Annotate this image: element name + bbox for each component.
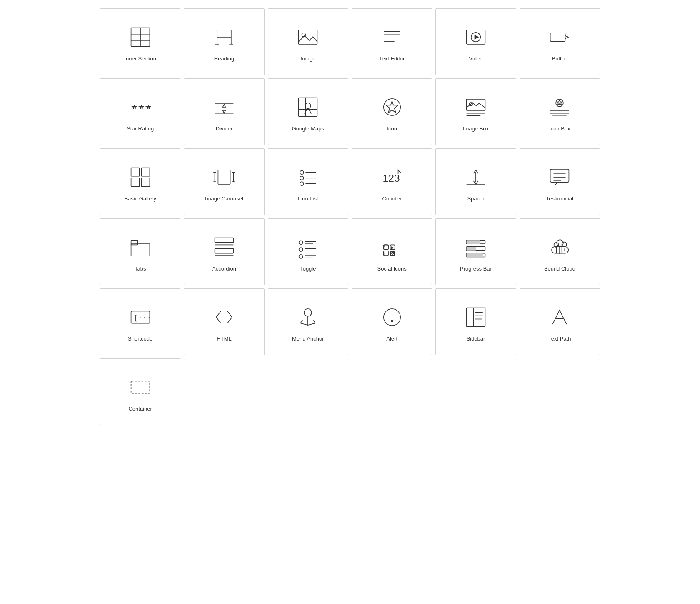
basic-gallery-icon bbox=[129, 165, 152, 189]
widget-card-icon-list[interactable]: Icon List bbox=[268, 148, 348, 215]
svg-rect-40 bbox=[131, 178, 139, 186]
widget-card-sidebar[interactable]: Sidebar bbox=[435, 288, 516, 355]
svg-text:t: t bbox=[384, 251, 385, 256]
divider-icon bbox=[212, 95, 236, 119]
shortcode-icon: [···] bbox=[129, 306, 152, 329]
svg-rect-42 bbox=[218, 170, 230, 184]
progress-bar-icon bbox=[464, 236, 488, 259]
svg-point-70 bbox=[299, 241, 303, 244]
social-icons-label: Social Icons bbox=[378, 266, 407, 273]
widget-card-social-icons[interactable]: f ▶ t Social Icons bbox=[352, 218, 432, 285]
widget-card-divider[interactable]: Divider bbox=[184, 78, 264, 145]
svg-rect-39 bbox=[141, 168, 150, 176]
svg-text:▶: ▶ bbox=[391, 246, 394, 250]
widget-card-video[interactable]: Video bbox=[435, 8, 516, 75]
counter-icon: 123 bbox=[380, 165, 404, 189]
widget-card-star-rating[interactable]: Star Rating bbox=[100, 78, 180, 145]
spacer-label: Spacer bbox=[467, 195, 484, 203]
svg-point-89 bbox=[394, 252, 394, 252]
widget-card-accordion[interactable]: Accordion bbox=[184, 218, 264, 285]
icon-box-label: Icon Box bbox=[549, 125, 570, 133]
google-maps-icon bbox=[296, 95, 320, 119]
widget-card-tabs[interactable]: Tabs bbox=[100, 218, 180, 285]
svg-rect-111 bbox=[467, 308, 485, 326]
svg-rect-14 bbox=[550, 33, 565, 41]
widget-card-counter[interactable]: 123 Counter bbox=[352, 148, 432, 215]
widget-card-alert[interactable]: Alert bbox=[352, 288, 432, 355]
svg-rect-117 bbox=[131, 381, 150, 393]
widget-card-icon[interactable]: Icon bbox=[352, 78, 432, 145]
accordion-label: Accordion bbox=[212, 266, 236, 273]
svg-rect-68 bbox=[215, 248, 234, 253]
svg-point-73 bbox=[299, 248, 303, 251]
sidebar-label: Sidebar bbox=[467, 336, 485, 343]
widget-card-progress-bar[interactable]: Progress Bar bbox=[435, 218, 516, 285]
widget-card-spacer[interactable]: Spacer bbox=[435, 148, 516, 215]
accordion-icon bbox=[212, 236, 236, 259]
svg-marker-21 bbox=[223, 110, 226, 113]
shortcode-label: Shortcode bbox=[128, 336, 152, 343]
container-icon bbox=[129, 376, 152, 399]
svg-rect-38 bbox=[131, 168, 139, 176]
google-maps-label: Google Maps bbox=[292, 125, 324, 133]
svg-marker-16 bbox=[132, 105, 136, 108]
svg-point-106 bbox=[304, 308, 312, 316]
html-icon bbox=[212, 306, 236, 329]
widget-card-container[interactable]: Container bbox=[100, 358, 180, 425]
widget-card-image-carousel[interactable]: Image Carousel bbox=[184, 148, 264, 215]
svg-point-49 bbox=[300, 170, 304, 174]
widget-card-sound-cloud[interactable]: Sound Cloud bbox=[520, 218, 600, 285]
text-editor-icon bbox=[380, 25, 404, 49]
menu-anchor-label: Menu Anchor bbox=[292, 336, 324, 343]
widget-card-button[interactable]: Button bbox=[520, 8, 600, 75]
counter-label: Counter bbox=[382, 195, 402, 203]
widget-card-inner-section[interactable]: Inner Section bbox=[100, 8, 180, 75]
toggle-icon bbox=[296, 236, 320, 259]
icon-icon bbox=[380, 95, 404, 119]
image-carousel-icon bbox=[212, 165, 236, 189]
star-rating-icon bbox=[129, 95, 152, 119]
widget-card-text-editor[interactable]: Text Editor bbox=[352, 8, 432, 75]
alert-label: Alert bbox=[386, 336, 398, 343]
sound-cloud-icon bbox=[548, 236, 571, 259]
svg-text:f: f bbox=[384, 245, 385, 250]
video-label: Video bbox=[469, 55, 482, 63]
widget-card-testimonial[interactable]: Testimonial bbox=[520, 148, 600, 215]
svg-marker-17 bbox=[139, 105, 143, 108]
svg-point-53 bbox=[300, 182, 304, 185]
image-carousel-label: Image Carousel bbox=[205, 195, 243, 203]
svg-marker-34 bbox=[557, 100, 562, 105]
star-rating-label: Star Rating bbox=[127, 125, 154, 133]
widget-card-menu-anchor[interactable]: Menu Anchor bbox=[268, 288, 348, 355]
widget-card-shortcode[interactable]: [···] Shortcode bbox=[100, 288, 180, 355]
widget-card-toggle[interactable]: Toggle bbox=[268, 218, 348, 285]
sidebar-icon bbox=[464, 306, 488, 329]
testimonial-label: Testimonial bbox=[546, 195, 573, 203]
widget-card-image-box[interactable]: Image Box bbox=[435, 78, 516, 145]
widget-card-basic-gallery[interactable]: Basic Gallery bbox=[100, 148, 180, 215]
icon-box-icon bbox=[548, 95, 571, 119]
svg-rect-66 bbox=[215, 238, 234, 242]
svg-rect-5 bbox=[299, 30, 318, 44]
widget-card-icon-box[interactable]: Icon Box bbox=[520, 78, 600, 145]
widget-card-html[interactable]: HTML bbox=[184, 288, 264, 355]
svg-text:123: 123 bbox=[382, 173, 400, 184]
svg-point-88 bbox=[392, 252, 393, 254]
image-box-label: Image Box bbox=[463, 125, 489, 133]
svg-rect-41 bbox=[141, 178, 150, 186]
icon-list-label: Icon List bbox=[298, 195, 318, 203]
toggle-label: Toggle bbox=[300, 266, 316, 273]
heading-label: Heading bbox=[214, 55, 234, 63]
social-icons-icon: f ▶ t bbox=[380, 236, 404, 259]
widget-card-text-path[interactable]: Text Path bbox=[520, 288, 600, 355]
widget-card-heading[interactable]: Heading bbox=[184, 8, 264, 75]
widget-grid: Inner Section Heading Image Text Editor … bbox=[100, 8, 600, 425]
svg-rect-91 bbox=[467, 240, 481, 244]
widget-card-image[interactable]: Image bbox=[268, 8, 348, 75]
svg-point-76 bbox=[299, 254, 303, 258]
svg-marker-18 bbox=[146, 105, 150, 108]
html-label: HTML bbox=[217, 336, 231, 343]
spacer-icon bbox=[464, 165, 488, 189]
svg-marker-13 bbox=[475, 35, 479, 39]
widget-card-google-maps[interactable]: Google Maps bbox=[268, 78, 348, 145]
